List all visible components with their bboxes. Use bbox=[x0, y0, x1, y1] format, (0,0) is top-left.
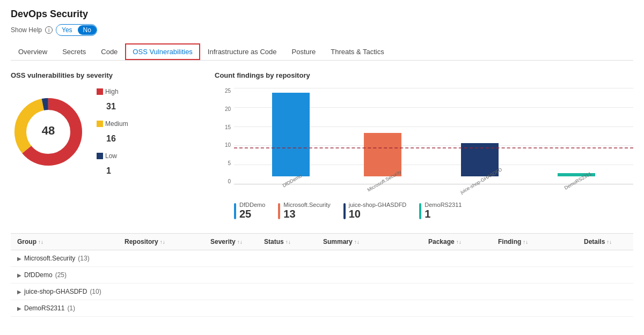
bar-chart-wrapper: 25 20 15 10 5 0 bbox=[215, 88, 633, 220]
bar-fill-microsoft bbox=[364, 133, 401, 176]
bar-fill-dfddemo bbox=[272, 93, 310, 176]
legend-high-color bbox=[97, 88, 103, 95]
chart-legend-demors: DemoRS2311 1 bbox=[419, 202, 462, 220]
row-package-dfddemo bbox=[428, 271, 498, 279]
row-chevron-dfddemo: ▶ bbox=[17, 272, 21, 278]
y-axis: 25 20 15 10 5 0 bbox=[215, 88, 234, 184]
row-summary-juice-shop bbox=[323, 288, 428, 295]
toggle-no[interactable]: No bbox=[78, 25, 97, 35]
row-status-microsoft bbox=[264, 255, 323, 262]
legend-low-color bbox=[97, 153, 103, 159]
row-finding-microsoft bbox=[498, 255, 584, 262]
toggle-yes[interactable]: Yes bbox=[56, 25, 78, 35]
col-header-summary: Summary ↑↓ bbox=[323, 238, 428, 245]
col-sort-status[interactable]: ↑↓ bbox=[286, 239, 291, 245]
y-label-15: 15 bbox=[225, 124, 231, 130]
col-sort-details[interactable]: ↑↓ bbox=[606, 239, 612, 245]
y-label-20: 20 bbox=[225, 106, 231, 112]
row-repo-juice-shop bbox=[125, 288, 210, 295]
chart-legend-count-microsoft: 13 bbox=[283, 208, 330, 220]
col-header-status: Status ↑↓ bbox=[264, 238, 323, 245]
row-summary-dfddemo bbox=[323, 271, 428, 279]
legend-medium-label: Medium bbox=[105, 120, 128, 128]
row-summary-microsoft bbox=[323, 255, 428, 262]
col-label-package: Package bbox=[428, 238, 455, 245]
tab-oss-vulnerabilities[interactable]: OSS Vulnerabilities bbox=[125, 43, 200, 60]
row-label-dfddemo: DfDDemo bbox=[24, 271, 53, 279]
legend-high-label: High bbox=[105, 88, 119, 95]
row-expand-demors[interactable]: ▶ DemoRS2311 (1) bbox=[17, 304, 125, 312]
chart-legend-text-juice-shop: juice-shop-GHASDFD 10 bbox=[349, 202, 407, 220]
chart-legend-count-demors: 1 bbox=[425, 208, 462, 220]
legend-medium-color bbox=[97, 121, 103, 127]
legend-high-value: 31 bbox=[97, 102, 128, 111]
tab-threats-tactics[interactable]: Threats & Tactics bbox=[323, 43, 391, 60]
row-package-juice-shop bbox=[428, 288, 498, 295]
row-expand-dfddemo[interactable]: ▶ DfDDemo (25) bbox=[17, 271, 125, 279]
table-row-demors[interactable]: ▶ DemoRS2311 (1) bbox=[11, 300, 633, 317]
row-expand-microsoft[interactable]: ▶ Microsoft.Security (13) bbox=[17, 255, 125, 262]
y-label-0: 0 bbox=[228, 178, 231, 184]
show-help-row: Show Help i Yes No bbox=[11, 24, 633, 36]
chart-legend-dfddemo: DfDDemo 25 bbox=[234, 202, 265, 220]
table-row-dfddemo[interactable]: ▶ DfDDemo (25) bbox=[11, 267, 633, 284]
grid-line-25 bbox=[234, 88, 633, 88]
tab-code[interactable]: Code bbox=[93, 43, 125, 60]
chart-legend-juice-shop: juice-shop-GHASDFD 10 bbox=[343, 202, 407, 220]
row-finding-demors bbox=[498, 304, 584, 312]
chart-legend-count-dfddemo: 25 bbox=[239, 208, 265, 220]
legend-medium: Medium bbox=[97, 120, 128, 128]
chart-legend: High 31 Medium 16 Low 1 bbox=[97, 88, 128, 176]
col-sort-repository[interactable]: ↑↓ bbox=[160, 239, 165, 245]
row-chevron-demors: ▶ bbox=[17, 306, 21, 311]
col-label-severity: Severity bbox=[210, 238, 236, 245]
bars-container: DfDDemo Microsoft.Security juice-shop-GH… bbox=[234, 93, 633, 184]
right-panel: Count findings by repository 25 20 15 10… bbox=[215, 71, 633, 220]
chart-legend-text-dfddemo: DfDDemo 25 bbox=[239, 202, 265, 220]
row-expand-juice-shop[interactable]: ▶ juice-shop-GHASDFD (10) bbox=[17, 288, 125, 295]
row-count-demors: (1) bbox=[67, 304, 75, 312]
nav-tabs: Overview Secrets Code OSS Vulnerabilitie… bbox=[11, 43, 633, 61]
row-label-demors: DemoRS2311 bbox=[24, 304, 64, 312]
col-sort-finding[interactable]: ↑↓ bbox=[523, 239, 528, 245]
bar-microsoft: Microsoft.Security bbox=[364, 133, 402, 184]
tab-posture[interactable]: Posture bbox=[284, 43, 323, 60]
help-toggle[interactable]: Yes No bbox=[56, 24, 97, 36]
row-chevron-microsoft: ▶ bbox=[17, 256, 21, 262]
legend-low: Low bbox=[97, 152, 128, 160]
col-label-group: Group bbox=[17, 238, 36, 245]
row-count-dfddemo: (25) bbox=[55, 271, 67, 279]
right-panel-title: Count findings by repository bbox=[215, 71, 633, 79]
y-label-10: 10 bbox=[225, 142, 231, 148]
row-repo-microsoft bbox=[125, 255, 210, 262]
table-row-microsoft[interactable]: ▶ Microsoft.Security (13) bbox=[11, 250, 633, 267]
y-label-5: 5 bbox=[228, 160, 231, 166]
table-row-juice-shop[interactable]: ▶ juice-shop-GHASDFD (10) bbox=[11, 284, 633, 300]
col-sort-group[interactable]: ↑↓ bbox=[38, 239, 43, 245]
row-details-juice-shop bbox=[584, 288, 627, 295]
row-count-juice-shop: (10) bbox=[90, 288, 101, 295]
tab-infrastructure-as-code[interactable]: Infrastructure as Code bbox=[200, 43, 284, 60]
row-status-dfddemo bbox=[264, 271, 323, 279]
page-title: DevOps Security bbox=[11, 9, 633, 20]
help-info-icon[interactable]: i bbox=[45, 26, 53, 34]
bar-juice-shop: juice-shop-GHASDFD bbox=[456, 143, 503, 184]
row-status-juice-shop bbox=[264, 288, 323, 295]
row-label-juice-shop: juice-shop-GHASDFD bbox=[24, 288, 87, 295]
col-sort-severity[interactable]: ↑↓ bbox=[237, 239, 243, 245]
row-chevron-juice-shop: ▶ bbox=[17, 289, 21, 295]
donut-chart: 48 bbox=[11, 94, 86, 169]
chart-area: 25 20 15 10 5 0 bbox=[215, 88, 633, 184]
page-container: DevOps Security Show Help i Yes No Overv… bbox=[0, 0, 644, 325]
row-finding-juice-shop bbox=[498, 288, 584, 295]
bar-dfddemo: DfDDemo bbox=[272, 93, 310, 184]
col-sort-package[interactable]: ↑↓ bbox=[456, 239, 462, 245]
show-help-label: Show Help bbox=[11, 26, 42, 34]
chart-legend-name-juice-shop: juice-shop-GHASDFD bbox=[349, 202, 407, 208]
tab-secrets[interactable]: Secrets bbox=[55, 43, 93, 60]
legend-high: High bbox=[97, 88, 128, 95]
tab-overview[interactable]: Overview bbox=[11, 43, 55, 60]
col-label-finding: Finding bbox=[498, 238, 521, 245]
col-sort-summary[interactable]: ↑↓ bbox=[354, 239, 360, 245]
svg-text:48: 48 bbox=[42, 124, 55, 137]
